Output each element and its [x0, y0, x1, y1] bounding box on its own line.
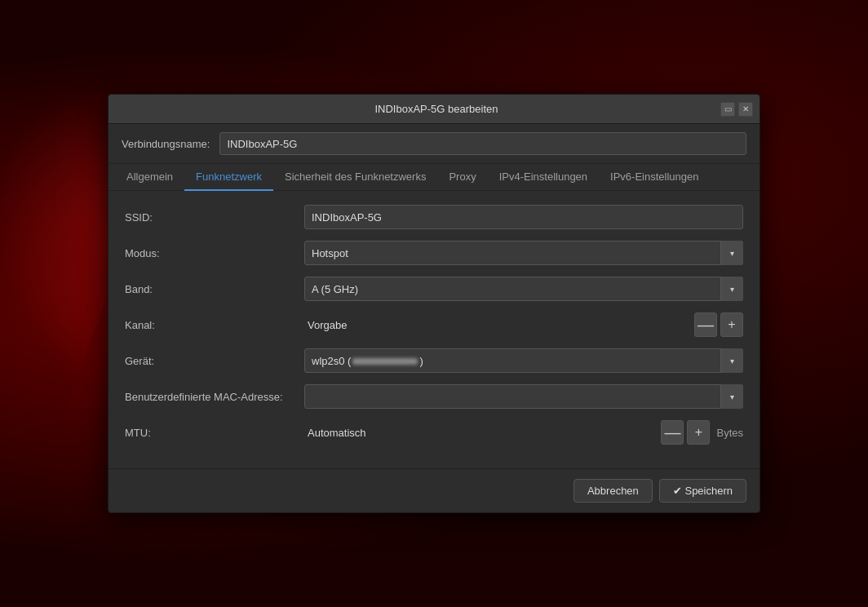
ssid-row: SSID: [125, 204, 743, 230]
connection-name-row: Verbindungsname: [108, 124, 760, 164]
kanal-label: Kanal: [125, 319, 304, 331]
mtu-label: MTU: [125, 427, 304, 439]
tab-sicherheit[interactable]: Sicherheit des Funknetzwerks [273, 164, 437, 191]
cancel-button[interactable]: Abbrechen [574, 479, 653, 503]
titlebar: INDIboxAP-5G bearbeiten ▭ ✕ [108, 95, 760, 124]
geraet-row: Gerät: wlp2s0 () ▾ [125, 348, 743, 374]
restore-button[interactable]: ▭ [720, 102, 735, 117]
geraet-display[interactable]: wlp2s0 () [304, 348, 743, 373]
tab-allgemein[interactable]: Allgemein [115, 164, 184, 191]
kanal-plus-button[interactable]: + [720, 312, 743, 337]
kanal-value: Vorgabe [304, 319, 350, 331]
tab-ipv4[interactable]: IPv4-Einstellungen [488, 164, 599, 191]
close-button[interactable]: ✕ [738, 102, 753, 117]
ssid-label: SSID: [125, 211, 304, 224]
mtu-value: Automatisch [304, 427, 370, 439]
mac-row: Benutzerdefinierte MAC-Adresse: ▾ [125, 383, 743, 410]
band-select[interactable]: A (5 GHz) Automatisch B/G (2,4 GHz) [304, 277, 743, 301]
mtu-minus-button[interactable]: — [661, 420, 684, 445]
band-label: Band: [125, 283, 304, 295]
dialog-window: INDIboxAP-5G bearbeiten ▭ ✕ Verbindungsn… [108, 94, 760, 513]
tab-funknetzwerk[interactable]: Funknetzwerk [184, 164, 273, 191]
mac-label: Benutzerdefinierte MAC-Adresse: [125, 391, 304, 403]
tab-proxy[interactable]: Proxy [437, 164, 487, 191]
tab-content: SSID: Modus: Hotspot Infrastruktur Ad-ho… [108, 191, 760, 468]
tab-ipv6[interactable]: IPv6-Einstellungen [599, 164, 710, 191]
modus-label: Modus: [125, 247, 304, 259]
mtu-row: MTU: Automatisch — + Bytes [125, 419, 743, 445]
geraet-value-text: wlp2s0 () [312, 355, 423, 367]
mac-select[interactable] [304, 384, 743, 409]
ssid-input[interactable] [304, 205, 743, 229]
band-control: A (5 GHz) Automatisch B/G (2,4 GHz) ▾ [304, 277, 743, 301]
mtu-unit: Bytes [716, 427, 743, 439]
mtu-control: Automatisch — + Bytes [304, 420, 743, 445]
modus-select-wrapper: Hotspot Infrastruktur Ad-hoc Access Poin… [304, 241, 743, 265]
geraet-label: Gerät: [125, 355, 304, 367]
connection-name-label: Verbindungsname: [122, 138, 210, 150]
modus-row: Modus: Hotspot Infrastruktur Ad-hoc Acce… [125, 240, 743, 266]
modus-select[interactable]: Hotspot Infrastruktur Ad-hoc Access Poin… [304, 241, 743, 265]
kanal-minus-button[interactable]: — [694, 312, 717, 337]
save-button[interactable]: ✔ Speichern [659, 479, 746, 503]
ssid-control [304, 205, 743, 229]
band-select-wrapper: A (5 GHz) Automatisch B/G (2,4 GHz) ▾ [304, 277, 743, 301]
geraet-control: wlp2s0 () ▾ [304, 348, 743, 373]
tabs-bar: Allgemein Funknetzwerk Sicherheit des Fu… [108, 164, 760, 191]
dialog-title: INDIboxAP-5G bearbeiten [153, 103, 720, 115]
mtu-plus-button[interactable]: + [687, 420, 710, 445]
geraet-select-wrapper: wlp2s0 () ▾ [304, 348, 743, 373]
band-row: Band: A (5 GHz) Automatisch B/G (2,4 GHz… [125, 276, 743, 302]
titlebar-controls: ▭ ✕ [720, 102, 753, 117]
geraet-blurred [352, 358, 418, 365]
mac-control: ▾ [304, 384, 743, 409]
connection-name-input[interactable] [219, 132, 746, 155]
mac-select-wrapper: ▾ [304, 384, 743, 409]
footer: Abbrechen ✔ Speichern [108, 468, 760, 512]
kanal-control: Vorgabe — + [304, 312, 743, 337]
modus-control: Hotspot Infrastruktur Ad-hoc Access Poin… [304, 241, 743, 265]
kanal-row: Kanal: Vorgabe — + [125, 312, 743, 338]
